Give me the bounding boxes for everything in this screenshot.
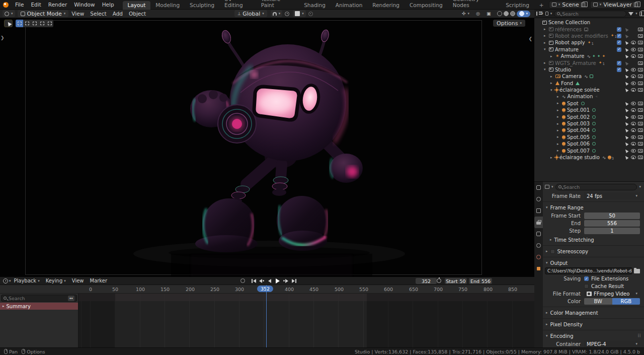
menu-render[interactable]: Render <box>45 0 70 10</box>
outliner-row[interactable]: ▸ Camera ∿ <box>534 73 644 80</box>
outliner-row[interactable]: ▾ Studio ✓ <box>534 66 644 73</box>
outliner-label[interactable]: Spot.007 <box>567 148 590 154</box>
folder-icon[interactable] <box>634 269 640 273</box>
menu-edit[interactable]: Edit <box>27 0 44 10</box>
collection-checkbox[interactable]: ✓ <box>617 27 621 32</box>
tab-geometry-nodes[interactable]: Geometry Nodes <box>448 0 501 10</box>
outliner-label[interactable]: Spot.003 <box>567 121 590 126</box>
selectable-icon[interactable] <box>624 40 628 45</box>
stopwatch-icon[interactable] <box>437 278 441 283</box>
selectable-icon[interactable] <box>624 108 628 112</box>
expand-arrow[interactable]: ▾ <box>544 67 549 72</box>
outliner-label[interactable]: Animation <box>568 94 593 99</box>
toolbar-expand-arrow[interactable]: ❯ <box>1 35 5 40</box>
expand-arrow[interactable]: ▸ <box>550 54 555 58</box>
select-new-icon[interactable] <box>16 20 23 27</box>
selectable-icon[interactable] <box>624 60 628 65</box>
properties-editor-type-icon[interactable] <box>545 185 549 189</box>
cache-result-checkbox[interactable] <box>584 284 589 289</box>
tab-editor-type[interactable] <box>534 182 543 193</box>
render-visibility-icon[interactable] <box>638 75 643 78</box>
selectable-icon[interactable] <box>624 115 628 119</box>
outliner-label[interactable]: éclairage studio <box>559 155 600 160</box>
visibility-icon[interactable] <box>631 102 636 105</box>
render-visibility-icon[interactable] <box>638 149 643 153</box>
menu-add[interactable]: Add <box>110 11 126 17</box>
render-visibility-icon[interactable] <box>638 68 643 72</box>
selectable-icon[interactable] <box>624 47 628 52</box>
overlays-icon[interactable]: ◎ <box>476 11 480 16</box>
outliner-row[interactable]: ▸ Robot apply ✦1 ✓ <box>534 39 644 46</box>
outliner-row[interactable]: ▾ Armature ✓ <box>534 46 644 53</box>
render-visibility-icon[interactable] <box>638 48 643 51</box>
encoding-panel-header[interactable]: ▾Encoding⫶⫶ <box>546 332 641 339</box>
visibility-icon[interactable] <box>631 54 636 58</box>
expand-arrow[interactable]: ▸ <box>544 34 549 38</box>
outliner-label[interactable]: Spot.002 <box>567 114 590 120</box>
tab-scene[interactable] <box>534 240 543 251</box>
tab-uv-editing[interactable]: UV Editing <box>219 0 256 10</box>
expand-arrow[interactable]: ▸ <box>557 135 562 139</box>
file-format-dropdown[interactable]: FFmpeg Video▾ <box>584 290 640 297</box>
selectable-icon[interactable] <box>624 155 628 160</box>
new-collection-icon[interactable] <box>639 12 642 16</box>
start-frame-field[interactable]: Start50 <box>445 278 467 284</box>
frame-range-panel-header[interactable]: ▾Frame Range <box>546 204 641 211</box>
show-gizmo-icon[interactable]: ✣ <box>462 11 466 16</box>
tab-animation[interactable]: Animation <box>331 1 368 10</box>
outliner-row[interactable]: ▸ Spot.004 <box>534 127 644 133</box>
shading-wireframe-icon[interactable] <box>497 11 502 16</box>
tab-compositing[interactable]: Compositing <box>405 1 448 10</box>
outliner-row[interactable]: ▸ Spot <box>534 100 644 107</box>
visibility-icon[interactable] <box>631 75 636 78</box>
visibility-icon[interactable] <box>631 122 636 125</box>
render-visibility-icon[interactable] <box>638 82 643 85</box>
render-visibility-icon[interactable] <box>638 156 643 159</box>
render-visibility-icon[interactable] <box>638 54 643 58</box>
selectable-icon[interactable] <box>624 121 628 126</box>
add-workspace-button[interactable]: + <box>534 1 549 10</box>
tab-texture-paint[interactable]: Texture Paint <box>256 0 299 10</box>
channel-search[interactable]: ↔ <box>1 295 77 302</box>
end-field[interactable]: 556 <box>584 220 640 227</box>
timeline-editor-icon[interactable] <box>3 278 8 283</box>
select-invert-icon[interactable] <box>38 20 46 27</box>
outliner-row[interactable]: ▸ Spot.007 <box>534 147 644 154</box>
tab-render[interactable] <box>534 205 543 217</box>
outliner-label[interactable]: références <box>555 27 582 32</box>
render-visibility-icon[interactable] <box>638 135 643 139</box>
selectable-icon[interactable] <box>624 81 628 86</box>
outliner-row[interactable]: ▸ WGTS_Armature ✦1 ✓ <box>534 59 644 66</box>
current-frame-field[interactable]: 352 <box>416 278 437 284</box>
next-keyframe-button[interactable] <box>282 277 289 284</box>
sidebar-expand-arrow[interactable]: ❮ <box>528 36 532 41</box>
selectable-icon[interactable] <box>624 101 628 106</box>
blender-logo-icon[interactable] <box>3 2 9 8</box>
expand-arrow[interactable]: ▸ <box>557 115 562 119</box>
expand-arrow[interactable]: ▾ <box>544 47 549 51</box>
outliner-row[interactable]: ▸ Spot.001 <box>534 107 644 113</box>
snap-target-icon[interactable] <box>308 12 313 16</box>
tab-world[interactable] <box>534 251 543 263</box>
visibility-icon[interactable] <box>631 156 636 159</box>
end-frame-field[interactable]: End556 <box>469 278 492 284</box>
selectable-icon[interactable] <box>624 54 628 58</box>
outliner-row[interactable]: ▸ Fond <box>534 80 644 87</box>
outliner-label[interactable]: éclairage soirée <box>559 87 600 93</box>
render-visibility-icon[interactable] <box>638 88 643 92</box>
outliner-label[interactable]: Studio <box>555 67 571 73</box>
render-visibility-icon[interactable] <box>638 34 643 38</box>
outliner-row[interactable]: ▸ Spot.006 <box>534 140 644 147</box>
time-stretching-panel-header[interactable]: ▸Time Stretching <box>550 236 641 243</box>
shading-solid-icon[interactable] <box>504 11 509 16</box>
select-tool-button[interactable] <box>4 20 13 27</box>
outliner-row[interactable]: ▸ éclairage studio ∿3 <box>534 154 644 161</box>
select-intersect-icon[interactable] <box>46 20 53 27</box>
visibility-icon[interactable] <box>631 88 636 92</box>
selectable-icon[interactable] <box>624 128 628 132</box>
tab-tool[interactable] <box>534 193 543 205</box>
current-frame-indicator[interactable]: 352 <box>257 286 273 292</box>
menu-playback[interactable]: Playback▾ <box>11 278 43 283</box>
expand-collapse-icon[interactable]: ↔ <box>68 296 74 301</box>
outliner-row[interactable]: ▸ Spot.002 <box>534 113 644 120</box>
